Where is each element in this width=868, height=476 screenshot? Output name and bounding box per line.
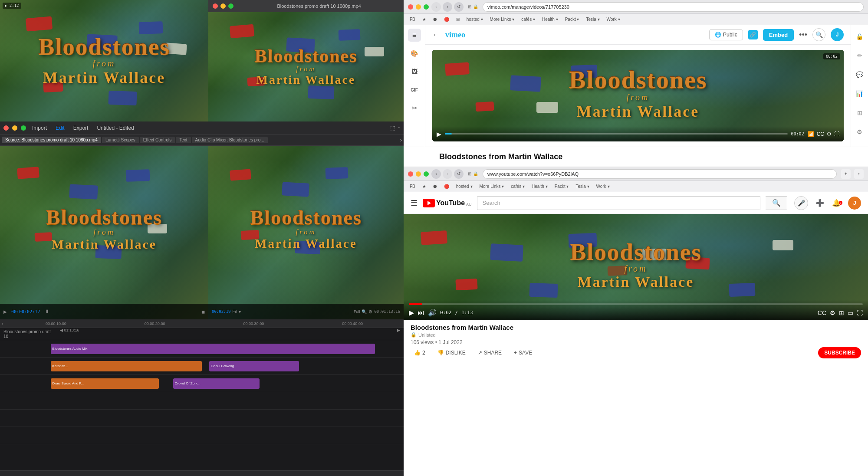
- vimeo-sidebar-scissors[interactable]: ✂: [408, 102, 421, 115]
- yt-miniplayer-btn[interactable]: ⊞: [839, 309, 844, 316]
- yt-video-player[interactable]: Bloodstones from Martin Wallace ▶: [404, 214, 868, 320]
- yt-settings-btn[interactable]: ⚙: [830, 309, 835, 316]
- yt-bookmark-health[interactable]: Health ▾: [529, 184, 550, 189]
- yt-bookmark-work[interactable]: Work ▾: [594, 184, 612, 189]
- bookmark-fb[interactable]: FB: [407, 16, 418, 22]
- yt-skip-btn[interactable]: ⏭: [418, 309, 424, 317]
- yt-dislike-btn[interactable]: 👎 DISLIKE: [434, 348, 469, 358]
- source-tab-3[interactable]: Text: [176, 137, 191, 143]
- yt-progress-bar[interactable]: [409, 303, 863, 305]
- yt-bookmark-packt[interactable]: Packt ▾: [552, 184, 572, 189]
- vimeo-public-btn[interactable]: 🌐 Public: [709, 29, 743, 40]
- yt-bookmark-hosted[interactable]: hosted ▾: [454, 184, 475, 189]
- editor-icon-share[interactable]: ↑: [398, 125, 400, 131]
- menu-edit[interactable]: Edit: [53, 124, 67, 132]
- vimeo-traffic-red[interactable]: [408, 4, 413, 10]
- bookmark-cafes[interactable]: cafés ▾: [519, 16, 538, 22]
- track-panel-collapse[interactable]: ‹: [2, 322, 3, 326]
- vimeo-right-chat[interactable]: 💬: [854, 69, 866, 81]
- vimeo-sidebar-hamburger[interactable]: ☰: [408, 29, 421, 42]
- track-clip-1b[interactable]: Ghoul Growing: [209, 361, 299, 371]
- source-tabs-more[interactable]: ›: [400, 137, 402, 143]
- bookmark-work[interactable]: Work ▾: [604, 16, 623, 22]
- bookmark-tesla[interactable]: Tesla ▾: [583, 16, 602, 22]
- vimeo-fullscreen-icon[interactable]: ⛶: [834, 131, 839, 137]
- yt-bookmark-tesla[interactable]: Tesla ▾: [573, 184, 592, 189]
- nav-forward-btn[interactable]: ›: [443, 2, 452, 12]
- editor-traffic-yellow[interactable]: [12, 125, 17, 131]
- vimeo-right-grid[interactable]: ⊞: [854, 107, 866, 119]
- yt-url-bar[interactable]: www.youtube.com/watch?v=o66PyDB2lAQ: [483, 169, 837, 179]
- vimeo-progress-bar[interactable]: [445, 133, 788, 135]
- bookmark-5[interactable]: ⊞: [454, 16, 462, 22]
- yt-nav-refresh[interactable]: ↺: [454, 169, 464, 179]
- bookmark-hosted[interactable]: hosted ▾: [464, 16, 486, 22]
- track-clip-2a[interactable]: Draw Sword And F...: [51, 378, 159, 389]
- vimeo-volume-icon[interactable]: 📶: [808, 131, 814, 137]
- yt-volume-btn[interactable]: 🔊: [428, 309, 437, 317]
- vimeo-sidebar-image[interactable]: 🖼: [408, 65, 421, 78]
- vimeo-sidebar-gif[interactable]: GIF: [408, 83, 421, 96]
- vimeo-right-lock[interactable]: 🔒: [854, 30, 866, 43]
- bookmark-packt[interactable]: Packt ▾: [562, 16, 582, 22]
- nav-back-btn[interactable]: ‹: [431, 2, 441, 12]
- yt-mic-btn[interactable]: 🎤: [794, 196, 808, 210]
- vimeo-back-btn[interactable]: ←: [432, 30, 440, 39]
- yt-bookmark-cafes[interactable]: cafés ▾: [508, 184, 527, 189]
- vimeo-cc-icon[interactable]: CC: [817, 131, 824, 137]
- track-clip-1a[interactable]: Katana5...: [51, 361, 202, 371]
- vimeo-play-btn[interactable]: ▶: [437, 131, 441, 138]
- yt-notifications-btn[interactable]: 🔔1: [831, 197, 844, 210]
- menu-untitled[interactable]: Untitled - Edited: [94, 124, 136, 132]
- yt-like-btn[interactable]: 👍 2: [411, 348, 429, 358]
- bookmark-more-links[interactable]: More Links ▾: [487, 16, 517, 22]
- track-clip-main[interactable]: Bloodstones Audio Mix: [51, 344, 375, 354]
- track-clip-2b[interactable]: Crowd Of Zork...: [173, 378, 260, 389]
- yt-traffic-red[interactable]: [408, 171, 413, 177]
- yt-bookmark-2[interactable]: ★: [420, 184, 429, 189]
- vimeo-right-settings[interactable]: ⚙: [854, 126, 866, 138]
- yt-traffic-yellow[interactable]: [416, 171, 421, 177]
- vimeo-right-edit[interactable]: ✏: [854, 49, 866, 62]
- yt-menu-icon[interactable]: ☰: [411, 198, 418, 208]
- yt-browser-share[interactable]: ↑: [854, 169, 864, 179]
- vimeo-traffic-yellow[interactable]: [416, 4, 421, 10]
- editor-traffic-red[interactable]: [3, 125, 9, 131]
- yt-add-video-btn[interactable]: ➕: [813, 197, 826, 210]
- yt-search-btn[interactable]: 🔍: [766, 196, 787, 210]
- yt-bookmark-more[interactable]: More Links ▾: [477, 184, 507, 189]
- vimeo-avatar[interactable]: J: [831, 28, 844, 41]
- yt-browser-add-tab[interactable]: +: [841, 169, 851, 179]
- menu-export[interactable]: Export: [71, 124, 91, 132]
- bookmark-4[interactable]: 🔴: [441, 16, 452, 22]
- yt-play-btn[interactable]: ▶: [409, 309, 414, 317]
- yt-nav-back[interactable]: ‹: [431, 169, 441, 179]
- yt-save-btn[interactable]: + SAVE: [510, 348, 536, 358]
- menu-import[interactable]: Import: [30, 124, 49, 132]
- vimeo-right-chart[interactable]: 📊: [854, 88, 866, 100]
- vimeo-sidebar-palette[interactable]: 🎨: [408, 47, 421, 60]
- vimeo-link-icon[interactable]: 🔗: [748, 30, 758, 39]
- bookmark-health[interactable]: Health ▾: [539, 16, 561, 22]
- yt-traffic-green[interactable]: [424, 171, 429, 177]
- pause-icon[interactable]: ⏸: [44, 309, 49, 315]
- editor-icon-expand[interactable]: ⬚: [390, 125, 395, 131]
- traffic-dot-red[interactable]: [213, 3, 218, 9]
- vimeo-more-btn[interactable]: •••: [799, 30, 807, 39]
- yt-bookmark-3[interactable]: ⬟: [431, 184, 440, 189]
- yt-search-bar[interactable]: Search: [477, 196, 760, 210]
- vimeo-url-bar[interactable]: vimeo.com/manage/videos/717705230: [483, 2, 864, 12]
- bookmark-3[interactable]: ⬟: [431, 16, 440, 22]
- yt-share-btn[interactable]: ↗ SHARE: [474, 348, 505, 358]
- source-tab-4[interactable]: Audio Clip Mixer: Bloodstones pro...: [192, 137, 268, 143]
- yt-fullscreen-btn[interactable]: ⛶: [857, 309, 863, 316]
- source-tab-2[interactable]: Effect Controls: [140, 137, 175, 143]
- source-tab-1[interactable]: Lumetti Scopes: [102, 137, 139, 143]
- yt-nav-fwd[interactable]: ›: [443, 169, 452, 179]
- vimeo-embed-btn[interactable]: Embed: [763, 29, 794, 41]
- traffic-dot-green[interactable]: [228, 3, 233, 9]
- editor-traffic-green[interactable]: [21, 125, 26, 131]
- bookmark-2[interactable]: ★: [420, 16, 429, 22]
- yt-header-avatar[interactable]: J: [848, 197, 861, 210]
- yt-bookmark-4[interactable]: 🔴: [441, 184, 452, 189]
